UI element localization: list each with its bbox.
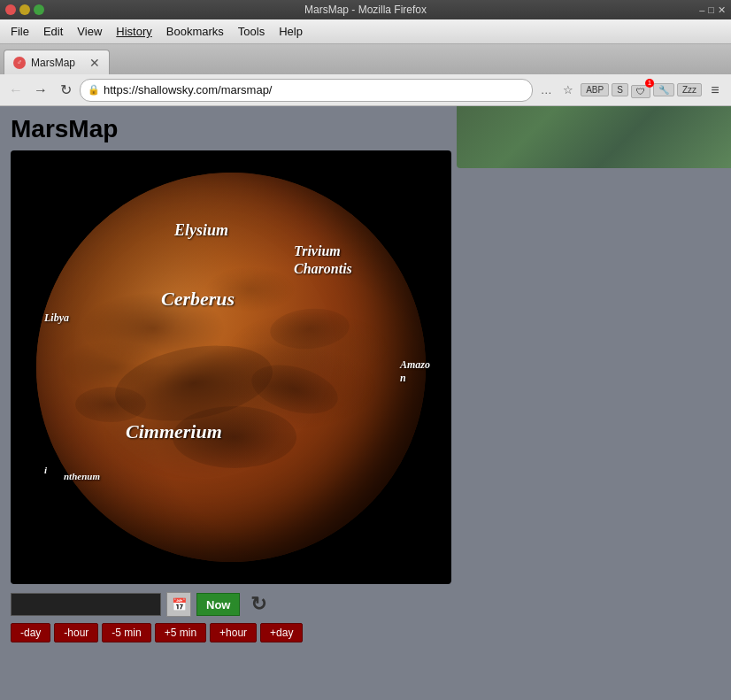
s-extension[interactable]: S — [612, 83, 628, 96]
address-bar-actions: … ☆ ABP S 🛡 1 🔧 Zzz ≡ — [536, 80, 726, 101]
calendar-icon: 📅 — [172, 597, 187, 612]
badge-extension: 🛡 1 — [631, 82, 650, 98]
minus-day-button[interactable]: -day — [11, 623, 50, 642]
plus-hour-button[interactable]: +hour — [210, 623, 257, 642]
lock-icon: 🔒 — [88, 84, 100, 96]
zzz-extension[interactable]: Zzz — [677, 83, 702, 96]
mars-image: Elysium Trivium Charontis Cerberus Libya… — [11, 150, 451, 584]
bookmark-button[interactable]: ☆ — [558, 81, 578, 100]
time-buttons-row: -day -hour -5 min +5 min +hour +day — [11, 623, 720, 642]
menu-bookmarks[interactable]: Bookmarks — [159, 23, 231, 40]
forward-button[interactable]: → — [30, 80, 51, 101]
extension-badge: 1 — [645, 79, 654, 88]
abp-extension[interactable]: ABP — [581, 83, 609, 96]
minimize-button[interactable] — [19, 4, 30, 15]
more-button[interactable]: … — [536, 81, 556, 100]
window-title: MarsMap - Mozilla Firefox — [304, 4, 427, 16]
minus-5min-button[interactable]: -5 min — [102, 623, 150, 642]
menu-history[interactable]: History — [109, 23, 158, 40]
page-content: MarsMap Elysium Trivium Charontis Cerber… — [0, 106, 731, 700]
minus-hour-button[interactable]: -hour — [54, 623, 98, 642]
refresh-button[interactable]: ↻ — [245, 591, 272, 618]
address-bar: ← → ↻ 🔒 … ☆ ABP S 🛡 1 🔧 Zzz ≡ — [0, 74, 731, 106]
page-title: MarsMap — [11, 115, 720, 143]
titlebar: MarsMap - Mozilla Firefox – □ ✕ — [0, 0, 731, 19]
calendar-button[interactable]: 📅 — [166, 592, 191, 617]
tab-label: MarsMap — [31, 57, 84, 69]
refresh-icon: ↻ — [250, 593, 266, 616]
titlebar-right-controls: – □ ✕ — [699, 4, 726, 16]
now-button[interactable]: Now — [196, 593, 240, 616]
mars-globe — [36, 173, 426, 562]
menubar: File Edit View History Bookmarks Tools H… — [0, 19, 731, 44]
mars-shadow — [36, 173, 426, 562]
titlebar-restore-btn[interactable]: □ — [708, 4, 714, 15]
plus-day-button[interactable]: +day — [260, 623, 303, 642]
menu-view[interactable]: View — [70, 23, 109, 40]
tab-close-button[interactable]: ✕ — [89, 57, 100, 69]
titlebar-close-btn[interactable]: ✕ — [718, 4, 726, 16]
menu-edit[interactable]: Edit — [36, 23, 70, 40]
tools-extension[interactable]: 🔧 — [653, 83, 674, 96]
plus-5min-button[interactable]: +5 min — [155, 623, 206, 642]
maximize-button[interactable] — [34, 4, 44, 15]
reload-button[interactable]: ↻ — [55, 80, 76, 101]
menu-tools[interactable]: Tools — [231, 23, 272, 40]
back-button[interactable]: ← — [5, 80, 27, 101]
active-tab[interactable]: ♂ MarsMap ✕ — [4, 50, 110, 74]
datetime-input[interactable]: 2020-10-04 15:31:01 -6 — [11, 593, 161, 616]
menu-file[interactable]: File — [4, 23, 36, 40]
window-controls — [5, 4, 44, 15]
hamburger-menu[interactable]: ≡ — [704, 80, 726, 101]
controls-row: 2020-10-04 15:31:01 -6 📅 Now ↻ — [11, 591, 720, 618]
url-input[interactable] — [104, 83, 525, 96]
tabbar: ♂ MarsMap ✕ — [0, 44, 731, 74]
tab-favicon: ♂ — [13, 57, 26, 69]
url-bar: 🔒 — [80, 79, 533, 102]
titlebar-minimize-btn[interactable]: – — [699, 4, 704, 15]
label-nthenum-prefix: i — [44, 465, 47, 475]
menu-help[interactable]: Help — [272, 23, 310, 40]
close-button[interactable] — [5, 4, 16, 15]
